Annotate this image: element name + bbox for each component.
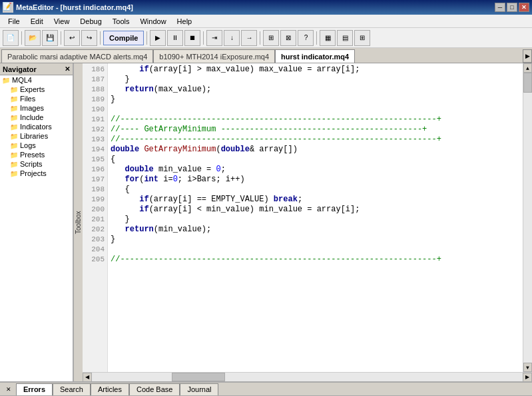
nav-item-presets[interactable]: 📁 Presets [0, 150, 73, 159]
menu-tools[interactable]: Tools [107, 15, 135, 27]
toolbar-sep-1 [21, 31, 22, 45]
toolbox-side-tab[interactable]: Toolbox [73, 63, 83, 381]
view-btn1[interactable]: ▦ [320, 30, 336, 46]
toolbar: 📄 📂 💾 ↩ ↪ Compile ▶ ⏸ ⏹ ⇥ ↓ → ⊞ ⊠ ? ▦ ▤ … [0, 28, 532, 48]
ln-189: 189 [85, 95, 105, 105]
menu-view[interactable]: View [49, 15, 75, 27]
scroll-left-button[interactable]: ◀ [83, 373, 92, 382]
scrollbar-horizontal[interactable]: ◀ ▶ [83, 372, 532, 381]
mql4-folder-icon: 📁 [1, 76, 11, 84]
menu-edit[interactable]: Edit [25, 15, 49, 27]
app-icon: 📝 [3, 2, 13, 13]
nav-item-scripts[interactable]: 📁 Scripts [0, 159, 73, 169]
tab-scroll-right[interactable]: ▶ [523, 49, 532, 63]
ln-201: 201 [85, 215, 105, 225]
code-text-area[interactable]: if(array[i] > max_value) max_value = arr… [108, 63, 523, 372]
toolbar-sep-2 [61, 31, 61, 45]
ln-192: 192 [85, 125, 105, 135]
images-folder-icon: 📁 [9, 104, 19, 112]
close-button[interactable]: ✕ [519, 3, 529, 12]
step-btn2[interactable]: ↓ [224, 30, 240, 46]
compile-button[interactable]: Compile [103, 31, 144, 45]
nav-item-files[interactable]: 📁 Files [0, 94, 73, 103]
nav-item-libraries[interactable]: 📁 Libraries [0, 131, 73, 141]
stop-button[interactable]: ⏹ [184, 30, 200, 46]
nav-label-scripts: Scripts [20, 160, 43, 168]
nav-item-include[interactable]: 📁 Include [0, 113, 73, 122]
minimize-button[interactable]: ─ [495, 3, 505, 12]
bottom-tab-articles[interactable]: Articles [91, 383, 129, 395]
bottom-tab-codebase[interactable]: Code Base [129, 383, 180, 395]
nav-label-indicators: Indicators [20, 123, 52, 131]
nav-item-logs[interactable]: 📁 Logs [0, 141, 73, 150]
nav-item-projects[interactable]: 📁 Projects [0, 169, 73, 178]
nav-item-experts[interactable]: 📁 Experts [0, 85, 73, 94]
experts-folder-icon: 📁 [9, 85, 19, 93]
step-btn1[interactable]: ⇥ [206, 30, 222, 46]
nav-label-presets: Presets [20, 151, 45, 159]
nav-mql4-root[interactable]: 📁 MQL4 [0, 75, 73, 85]
scroll-track-v[interactable] [523, 73, 532, 363]
scrollbar-vertical[interactable]: ▲ ▼ [523, 63, 532, 372]
tool-btn2[interactable]: ⊠ [280, 30, 296, 46]
indicators-folder-icon: 📁 [9, 123, 19, 131]
nav-item-indicators[interactable]: 📁 Indicators [0, 122, 73, 131]
window-controls: ─ □ ✕ [495, 3, 529, 12]
code-line-187: } [111, 75, 520, 85]
open-button[interactable]: 📂 [25, 30, 41, 46]
save-button[interactable]: 💾 [42, 30, 58, 46]
view-btn3[interactable]: ⊞ [354, 30, 370, 46]
bottom-tab-journal[interactable]: Journal [180, 383, 218, 395]
navigator-close[interactable]: ✕ [65, 65, 70, 73]
toolbar-sep-7 [316, 31, 317, 45]
ln-196: 196 [85, 165, 105, 175]
ln-191: 191 [85, 115, 105, 125]
nav-mql4-label: MQL4 [12, 76, 32, 84]
view-btn2[interactable]: ▤ [337, 30, 353, 46]
code-line-197: for(int i=0; i>Bars; i++) [111, 175, 520, 185]
menu-bar: File Edit View Debug Tools Window Help [0, 15, 532, 28]
scroll-down-button[interactable]: ▼ [523, 363, 532, 372]
tab-b1090[interactable]: b1090+ MTH2014 iExposure.mq4 [153, 49, 275, 63]
menu-window[interactable]: Window [134, 15, 171, 27]
code-editor[interactable]: 186 187 188 189 190 191 192 193 194 195 … [83, 63, 532, 381]
bottom-tab-search[interactable]: Search [53, 383, 91, 395]
step-btn3[interactable]: → [241, 30, 257, 46]
toolbar-sep-6 [260, 31, 260, 45]
code-line-200: if(array[i] < min_value) min_value = arr… [111, 205, 520, 215]
scroll-right-button[interactable]: ▶ [523, 373, 532, 382]
undo-button[interactable]: ↩ [64, 30, 80, 46]
nav-label-experts: Experts [20, 85, 45, 93]
nav-item-images[interactable]: 📁 Images [0, 103, 73, 113]
tab-parabolic[interactable]: Parabolic marsi adaptive MACD alerts.mq4 [1, 49, 153, 63]
run-button[interactable]: ▶ [150, 30, 166, 46]
maximize-button[interactable]: □ [507, 3, 517, 12]
nav-label-include: Include [20, 113, 43, 121]
tool-btn1[interactable]: ⊞ [263, 30, 279, 46]
code-content: 186 187 188 189 190 191 192 193 194 195 … [83, 63, 532, 372]
pause-button[interactable]: ⏸ [167, 30, 183, 46]
scroll-up-button[interactable]: ▲ [523, 63, 532, 73]
scroll-thumb-h[interactable] [172, 373, 225, 381]
code-line-193: //--------------------------------------… [111, 135, 520, 145]
menu-file[interactable]: File [3, 15, 25, 27]
line-numbers: 186 187 188 189 190 191 192 193 194 195 … [83, 63, 108, 372]
bottom-panel-close[interactable]: ✕ [4, 385, 13, 394]
bottom-tab-errors[interactable]: Errors [16, 383, 53, 395]
scroll-thumb-v[interactable] [523, 73, 532, 93]
code-line-195: { [111, 155, 520, 165]
nav-label-images: Images [20, 104, 44, 112]
toolbar-sep-3 [100, 31, 101, 45]
main-area: Parabolic marsi adaptive MACD alerts.mq4… [0, 48, 532, 381]
tab-hurst[interactable]: hurst indicator.mq4 [275, 49, 355, 63]
menu-debug[interactable]: Debug [75, 15, 107, 27]
redo-button[interactable]: ↪ [81, 30, 97, 46]
content-row: Navigator ✕ 📁 MQL4 📁 Experts 📁 Files 📁 [0, 63, 532, 381]
scroll-track-h[interactable] [92, 373, 523, 381]
code-line-192: //---- GetArrayMinimum -----------------… [111, 125, 520, 135]
new-button[interactable]: 📄 [3, 30, 19, 46]
tool-btn3[interactable]: ? [298, 30, 314, 46]
navigator-title: Navigator [3, 65, 37, 73]
menu-help[interactable]: Help [172, 15, 198, 27]
code-line-194: double GetArrayMinimum(double& array[]) [111, 145, 520, 155]
